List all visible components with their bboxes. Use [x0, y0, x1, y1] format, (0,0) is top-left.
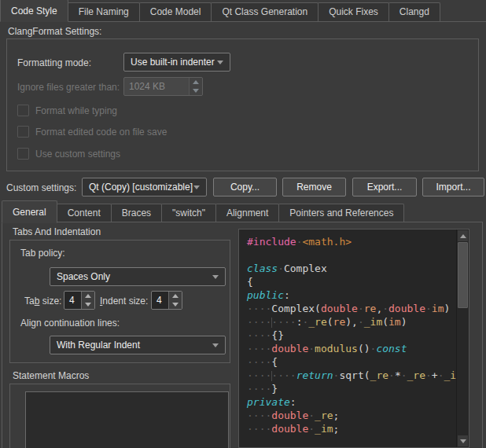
import-button[interactable]: Import...: [422, 178, 484, 196]
use-custom-settings-label: Use custom settings: [35, 149, 120, 160]
use-custom-settings-row: Use custom settings: [17, 148, 120, 160]
scroll-down-icon[interactable]: [458, 435, 468, 446]
tab-braces[interactable]: Braces: [111, 204, 162, 222]
remove-button[interactable]: Remove: [282, 178, 346, 196]
code-preview-lines: #include·<math.h>class·Complex{public:··…: [239, 230, 456, 447]
spin-down-icon: [190, 86, 202, 95]
ignore-files-value: 1024 KB: [124, 78, 189, 95]
tab-policy-combobox[interactable]: Spaces Only: [50, 267, 226, 286]
tab-general[interactable]: General: [2, 200, 57, 223]
indent-size-label: Indent size:: [100, 296, 148, 307]
format-on-save-checkbox: [17, 126, 29, 138]
align-continuation-combobox[interactable]: With Regular Indent: [50, 336, 226, 354]
custom-settings-label: Custom settings:: [6, 182, 76, 193]
clangformat-group-label: ClangFormat Settings:: [8, 26, 101, 37]
format-while-typing-label: Format while typing: [35, 105, 117, 116]
spin-up-icon: [190, 78, 202, 86]
chevron-down-icon: [217, 61, 223, 64]
spin-down-icon[interactable]: [169, 300, 182, 309]
tab-alignment[interactable]: Alignment: [215, 204, 279, 222]
tab-size-value: 4: [64, 292, 81, 309]
scrollbar-thumb[interactable]: [458, 242, 468, 308]
align-continuation-value: With Regular Indent: [57, 340, 140, 351]
chevron-down-icon: [193, 185, 200, 189]
custom-settings-combobox[interactable]: Qt (Copy) [customizable]: [82, 178, 207, 196]
tabs-indentation-group-label: Tabs And Indentation: [13, 226, 101, 237]
formatting-mode-label: Formatting mode:: [17, 57, 91, 68]
format-while-typing-checkbox: [17, 105, 29, 116]
export-button[interactable]: Export...: [352, 178, 417, 196]
vertical-scrollbar[interactable]: [456, 230, 469, 447]
statement-macros-group-label: Statement Macros: [13, 370, 89, 381]
settings-tabbar: Code Style File Naming Code Model Qt Cla…: [0, 0, 486, 22]
copy-button[interactable]: Copy...: [213, 178, 277, 196]
tab-switch[interactable]: "switch": [161, 204, 216, 222]
tab-policy-label: Tab policy:: [20, 248, 65, 259]
tab-content[interactable]: Content: [57, 204, 112, 222]
align-continuation-label: Align continuation lines:: [20, 318, 120, 329]
spin-up-icon[interactable]: [82, 292, 94, 300]
tab-pointers-references[interactable]: Pointers and References: [278, 204, 404, 222]
format-on-save-label: Format edited code on file save: [35, 127, 167, 138]
tab-size-spinbox[interactable]: 4: [64, 291, 95, 310]
tab-qt-class-generation[interactable]: Qt Class Generation: [211, 2, 318, 21]
tab-quick-fixes[interactable]: Quick Fixes: [318, 2, 389, 21]
tab-clangd[interactable]: Clangd: [388, 2, 440, 21]
code-style-tabbar: General Content Braces "switch" Alignmen…: [2, 202, 484, 222]
format-on-save-row: Format edited code on file save: [17, 126, 167, 138]
indent-size-spinbox[interactable]: 4: [151, 291, 182, 310]
use-custom-settings-checkbox: [17, 148, 29, 160]
spin-down-icon[interactable]: [82, 300, 94, 309]
custom-settings-value: Qt (Copy) [customizable]: [89, 182, 193, 193]
tab-code-style[interactable]: Code Style: [0, 0, 68, 22]
code-preview-editor: #include·<math.h>class·Complex{public:··…: [238, 229, 469, 448]
tab-code-model[interactable]: Code Model: [139, 2, 212, 21]
ignore-files-spinbox: 1024 KB: [123, 77, 203, 96]
tab-policy-value: Spaces Only: [57, 271, 110, 282]
statement-macros-textarea[interactable]: [25, 391, 229, 448]
tab-size-label: Tab size:: [24, 296, 61, 307]
spin-up-icon[interactable]: [169, 292, 182, 300]
formatting-mode-value: Use built-in indenter: [131, 57, 215, 68]
ignore-files-label: Ignore files greater than:: [17, 82, 120, 93]
chevron-down-icon: [212, 275, 219, 279]
format-while-typing-row: Format while typing: [17, 105, 117, 116]
tab-file-naming[interactable]: File Naming: [68, 2, 140, 21]
formatting-mode-combobox[interactable]: Use built-in indenter: [123, 53, 230, 72]
scroll-up-icon[interactable]: [458, 230, 468, 241]
chevron-down-icon: [212, 343, 219, 347]
indent-size-value: 4: [152, 292, 168, 309]
